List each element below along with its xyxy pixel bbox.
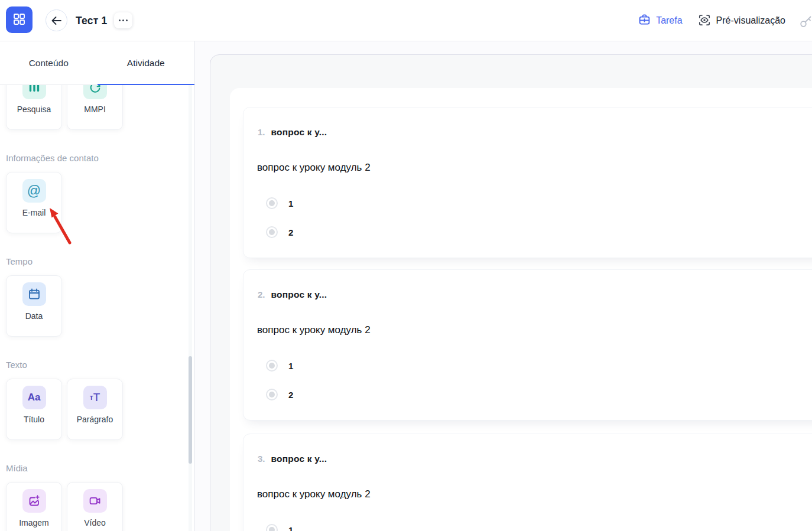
element-card-pesquisa[interactable]: Pesquisa	[6, 85, 62, 130]
key-icon	[800, 21, 812, 30]
section-title-tempo: Tempo	[6, 256, 33, 266]
image-plus-icon	[22, 489, 46, 513]
heading-icon: Aa	[22, 386, 46, 409]
poll-bars-icon	[22, 85, 46, 99]
preview-eye-icon	[698, 14, 711, 28]
element-card-label: Vídeo	[84, 518, 106, 527]
main-content: 1. вопрос к у... вопрос к уроку модуль 2…	[195, 41, 812, 531]
activity-panel: 1. вопрос к у... вопрос к уроку модуль 2…	[230, 88, 812, 531]
question-title: вопрос к у...	[271, 454, 327, 464]
element-card-titulo[interactable]: Aa Título	[6, 379, 62, 440]
element-card-imagem[interactable]: Imagem	[6, 482, 62, 531]
preview-button[interactable]: Pré-visualização	[698, 14, 785, 28]
at-sign-icon: @	[22, 179, 46, 203]
grid-icon	[12, 12, 26, 28]
sidebar-scroll-area: Pesquisa MMPI Informações de contato @ E…	[0, 85, 194, 531]
element-card-label: Imagem	[19, 518, 49, 527]
radio-button[interactable]	[266, 389, 278, 400]
radio-button[interactable]	[266, 360, 278, 372]
task-button[interactable]: Tarefa	[638, 14, 682, 28]
question-header: 2. вопрос к у...	[258, 289, 327, 300]
back-button[interactable]	[46, 9, 67, 31]
answer-option-label: 2	[288, 390, 293, 400]
radio-button[interactable]	[266, 524, 278, 531]
radio-button[interactable]	[266, 226, 278, 238]
section-title-texto: Texto	[6, 360, 27, 370]
topbar: Тест 1 Tarefa	[0, 0, 812, 41]
arrow-left-icon	[51, 17, 61, 25]
task-button-label: Tarefa	[656, 15, 682, 26]
answer-option-label: 1	[288, 198, 293, 209]
answer-option: 1	[266, 360, 293, 372]
answer-option: 2	[266, 389, 293, 400]
element-card-label: Pesquisa	[17, 105, 51, 114]
topbar-actions: Tarefa Pré-visualização	[638, 0, 785, 41]
question-text: вопрос к уроку модуль 2	[257, 162, 371, 174]
sidebar-scrollbar-thumb[interactable]	[189, 356, 192, 464]
question-title: вопрос к у...	[271, 127, 327, 138]
element-card-email[interactable]: @ E-mail	[6, 172, 62, 233]
answer-option-label: 1	[288, 361, 293, 371]
question-text: вопрос к уроку модуль 2	[257, 324, 371, 336]
preview-button-label: Pré-visualização	[716, 15, 785, 26]
element-card-label: Parágrafo	[77, 415, 113, 424]
more-options-button[interactable]	[114, 12, 132, 28]
sidebar: Conteúdo Atividade Pesquisa MMPI	[0, 41, 195, 531]
question-number: 2.	[258, 289, 265, 299]
tab-conteudo[interactable]: Conteúdo	[0, 41, 98, 84]
section-title-contato: Informações de contato	[6, 153, 99, 163]
section-title-midia: Mídia	[6, 463, 28, 473]
question-card-3[interactable]: 3. вопрос к у... вопрос к уроку модуль 2…	[243, 434, 812, 531]
question-title: вопрос к у...	[271, 289, 327, 300]
element-card-video[interactable]: Vídeo	[67, 482, 123, 531]
page-title: Тест 1	[76, 0, 107, 41]
question-number: 3.	[258, 454, 265, 464]
element-card-label: Título	[24, 415, 44, 424]
sidebar-tabs: Conteúdo Atividade	[0, 41, 194, 85]
video-camera-icon	[83, 489, 107, 513]
question-card-1[interactable]: 1. вопрос к у... вопрос к уроку модуль 2…	[243, 107, 812, 258]
radio-button[interactable]	[266, 197, 278, 209]
sidebar-scrollbar-track	[189, 85, 192, 531]
text-size-icon: тT	[83, 386, 107, 409]
ellipsis-icon	[119, 19, 128, 21]
question-number: 1.	[258, 127, 265, 137]
calendar-icon	[22, 282, 46, 306]
answer-option: 2	[266, 226, 293, 238]
element-card-label: Data	[25, 311, 43, 321]
question-header: 1. вопрос к у...	[258, 127, 327, 138]
question-card-2[interactable]: 2. вопрос к у... вопрос к уроку модуль 2…	[243, 269, 812, 421]
app-menu-button[interactable]	[6, 6, 33, 33]
answer-option: 1	[266, 524, 293, 531]
access-key-button[interactable]	[800, 15, 812, 28]
element-card-data[interactable]: Data	[6, 275, 62, 337]
element-card-mmpi[interactable]: MMPI	[67, 85, 123, 130]
briefcase-icon	[638, 14, 651, 28]
answer-option-label: 2	[288, 227, 293, 237]
circular-arrow-icon	[83, 85, 107, 99]
question-text: вопрос к уроку модуль 2	[257, 488, 371, 500]
element-card-label: MMPI	[84, 105, 106, 114]
tab-atividade[interactable]: Atividade	[98, 41, 195, 84]
element-card-paragrafo[interactable]: тT Parágrafo	[67, 379, 123, 440]
activity-container: 1. вопрос к у... вопрос к уроку модуль 2…	[210, 54, 812, 531]
question-header: 3. вопрос к у...	[258, 454, 327, 464]
answer-option: 1	[266, 197, 293, 209]
answer-option-label: 1	[288, 525, 293, 531]
element-card-label: E-mail	[22, 208, 46, 217]
